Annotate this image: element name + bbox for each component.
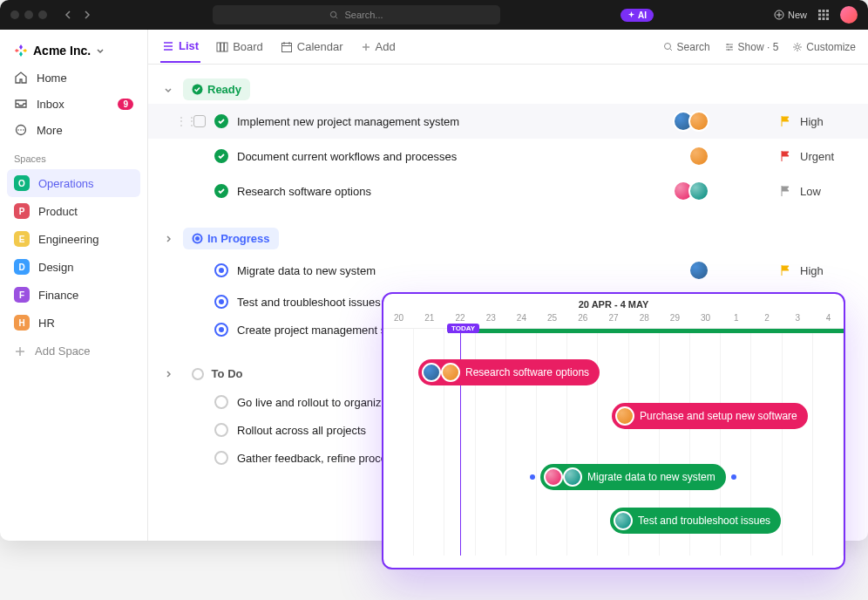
assignee-avatar[interactable] <box>544 467 563 487</box>
task-row[interactable]: Research software options Low <box>148 174 868 208</box>
timeline-date[interactable]: 1 <box>721 311 751 328</box>
ai-button[interactable]: AI <box>620 9 654 22</box>
assignee-avatar[interactable] <box>614 511 633 530</box>
space-letter-icon: D <box>14 259 30 275</box>
timeline-date[interactable]: 21 <box>414 311 444 328</box>
chevron-icon[interactable] <box>164 234 174 244</box>
timeline-date[interactable]: 27 <box>598 311 628 328</box>
space-finance[interactable]: F Finance <box>7 281 140 309</box>
task-row[interactable]: Migrate data to new system High <box>148 253 868 288</box>
add-view-button[interactable]: Add <box>359 31 397 62</box>
assignee-avatar[interactable] <box>422 363 441 382</box>
svg-point-22 <box>728 49 729 51</box>
global-search[interactable]: Search... <box>213 5 500 24</box>
timeline-date[interactable]: 26 <box>567 311 598 328</box>
toolbar-search[interactable]: Search <box>663 41 710 53</box>
apps-icon[interactable] <box>817 9 830 21</box>
timeline-task[interactable]: Test and troubleshoot issues <box>610 508 781 534</box>
svg-rect-18 <box>281 43 291 51</box>
toolbar-show[interactable]: Show · 5 <box>724 41 779 53</box>
svg-point-0 <box>331 11 336 17</box>
timeline-date[interactable]: 2 <box>751 311 782 328</box>
task-checkbox[interactable] <box>193 115 206 127</box>
back-icon[interactable] <box>63 10 73 20</box>
nav-arrows <box>63 10 92 20</box>
nav-home[interactable]: Home <box>7 65 140 91</box>
titlebar: Search... AI New <box>0 0 868 30</box>
timeline-date[interactable]: 20 <box>383 311 414 328</box>
today-pill: TODAY <box>447 324 479 333</box>
svg-rect-17 <box>225 43 228 51</box>
space-product[interactable]: P Product <box>7 197 140 225</box>
drag-handle-icon[interactable]: ⋮⋮ <box>176 115 185 127</box>
timeline-date[interactable]: 3 <box>783 311 813 328</box>
task-name: Migrate data to new system <box>237 264 680 277</box>
assignees[interactable] <box>688 146 709 167</box>
space-hr[interactable]: H HR <box>7 309 140 337</box>
new-button[interactable]: New <box>774 10 807 20</box>
space-letter-icon: P <box>14 203 30 219</box>
space-operations[interactable]: O Operations <box>7 169 140 197</box>
chevron-down-icon <box>96 46 105 55</box>
assignee-avatar[interactable] <box>563 467 582 487</box>
timeline-date[interactable]: 25 <box>537 311 567 328</box>
timeline-range-bar <box>448 329 844 333</box>
timeline-body[interactable]: Research software options Purchase and s… <box>383 329 844 556</box>
toolbar-customize[interactable]: Customize <box>792 41 856 53</box>
timeline-date[interactable]: 4 <box>813 311 844 328</box>
group-header[interactable]: Ready <box>148 75 868 104</box>
task-row[interactable]: ⋮⋮ Implement new project management syst… <box>148 104 868 139</box>
chevron-icon[interactable] <box>164 369 174 379</box>
add-space-button[interactable]: Add Space <box>7 338 140 364</box>
assignee-avatar[interactable] <box>615 406 634 426</box>
svg-point-14 <box>23 129 24 131</box>
view-tab-list[interactable]: List <box>160 31 200 63</box>
timeline-date[interactable]: 24 <box>506 311 537 328</box>
workspace-switcher[interactable]: Acme Inc. <box>7 38 140 63</box>
view-tab-board[interactable]: Board <box>214 31 265 63</box>
assignee-avatar[interactable] <box>688 181 709 201</box>
svg-rect-2 <box>818 10 821 12</box>
gear-icon <box>792 42 803 52</box>
task-group: Ready ⋮⋮ Implement new project managemen… <box>148 75 868 208</box>
group-header[interactable]: In Progress <box>148 224 868 253</box>
assignees[interactable] <box>688 260 709 281</box>
plus-icon <box>361 42 371 52</box>
timeline-date[interactable]: 23 <box>476 311 506 328</box>
task-row[interactable]: Document current workflows and processes… <box>148 139 868 174</box>
svg-point-13 <box>20 129 22 131</box>
list-icon <box>162 40 174 52</box>
flag-icon <box>779 115 791 127</box>
assignee-avatar[interactable] <box>688 260 709 281</box>
window-controls[interactable] <box>10 10 47 19</box>
assignee-avatar[interactable] <box>688 111 709 132</box>
timeline-task[interactable]: Migrate data to new system <box>540 464 726 490</box>
timeline-date[interactable]: 29 <box>660 311 690 328</box>
logo-icon <box>14 44 28 58</box>
assignee-avatar[interactable] <box>688 146 709 167</box>
nav-inbox[interactable]: Inbox 9 <box>7 91 140 117</box>
space-letter-icon: H <box>14 315 30 331</box>
user-avatar[interactable] <box>840 6 858 24</box>
view-tab-calendar[interactable]: Calendar <box>279 31 345 63</box>
timeline-date[interactable]: 28 <box>629 311 660 328</box>
svg-point-12 <box>17 129 19 131</box>
forward-icon[interactable] <box>82 10 92 20</box>
space-engineering[interactable]: E Engineering <box>7 225 140 253</box>
chevron-icon[interactable] <box>164 85 174 95</box>
svg-rect-3 <box>822 10 824 12</box>
plus-circle-icon <box>774 10 784 20</box>
timeline-task[interactable]: Research software options <box>418 359 600 385</box>
sparkle-icon <box>627 11 635 19</box>
sidebar: Acme Inc. Home Inbox 9 More Spaces O Ope… <box>0 30 148 541</box>
svg-rect-7 <box>826 14 829 17</box>
nav-more[interactable]: More <box>7 117 140 143</box>
timeline-date[interactable]: 30 <box>690 311 721 328</box>
svg-rect-8 <box>818 17 821 20</box>
assignees[interactable] <box>673 181 709 201</box>
space-design[interactable]: D Design <box>7 253 140 281</box>
assignee-avatar[interactable] <box>441 363 460 382</box>
task-name: Research software options <box>237 185 664 198</box>
assignees[interactable] <box>673 111 709 132</box>
timeline-task[interactable]: Purchase and setup new software <box>612 403 808 429</box>
